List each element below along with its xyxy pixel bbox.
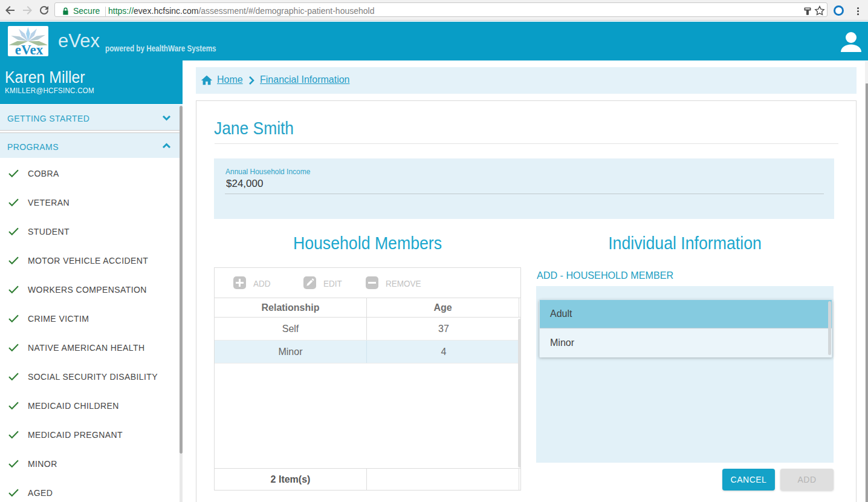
svg-text:eVex: eVex [15,42,44,56]
